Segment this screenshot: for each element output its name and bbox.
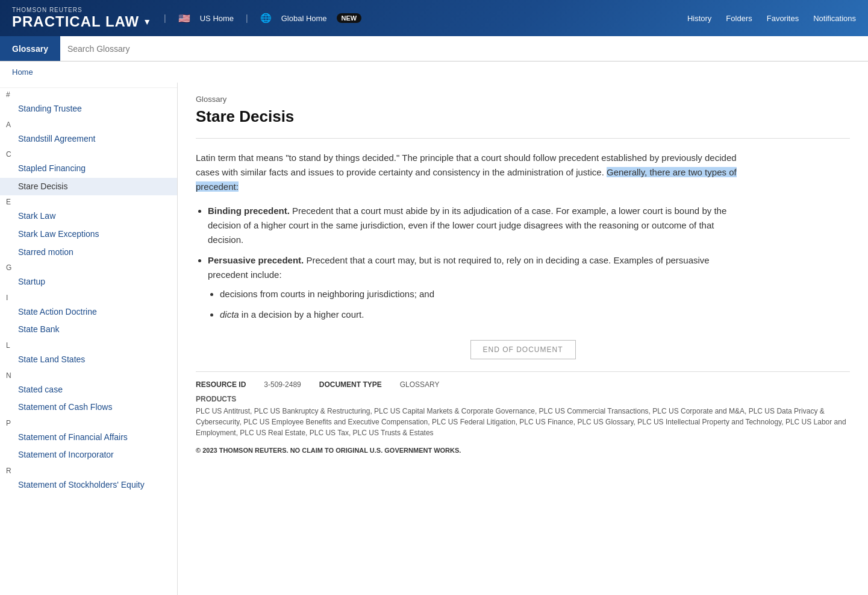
sidebar-letter-c: C <box>0 148 177 160</box>
sidebar: # Standing Trustee A Standstill Agreemen… <box>0 83 178 595</box>
sidebar-item-standstill-agreement[interactable]: Standstill Agreement <box>0 130 177 148</box>
resource-id-label: RESOURCE ID <box>196 380 246 389</box>
sidebar-item-statement-incorporator[interactable]: Statement of Incorporator <box>0 446 177 464</box>
sidebar-item-stated-case[interactable]: Stated case <box>0 381 177 399</box>
sidebar-letter-p: P <box>0 417 177 429</box>
sidebar-item-stapled-financing[interactable]: Stapled Financing <box>0 160 177 178</box>
sub-bullet-1: decisions from courts in neighboring jur… <box>220 287 738 301</box>
breadcrumb[interactable]: Home <box>0 61 868 83</box>
sidebar-letter-e: E <box>0 195 177 207</box>
meta-row-ids: RESOURCE ID 3-509-2489 DOCUMENT TYPE GLO… <box>196 380 850 389</box>
sidebar-letter-r: R <box>0 464 177 476</box>
us-flag-icon: 🇺🇸 <box>178 13 190 24</box>
metadata-section: RESOURCE ID 3-509-2489 DOCUMENT TYPE GLO… <box>196 371 850 454</box>
main-layout: # Standing Trustee A Standstill Agreemen… <box>0 83 868 595</box>
sidebar-item-state-action-doctrine[interactable]: State Action Doctrine <box>0 303 177 321</box>
end-of-document: END OF DOCUMENT <box>196 340 850 359</box>
globe-icon: 🌐 <box>260 13 272 24</box>
end-of-document-button: END OF DOCUMENT <box>470 340 576 359</box>
products-text: PLC US Antitrust, PLC US Bankruptcy & Re… <box>196 406 850 438</box>
sidebar-item-state-land-states[interactable]: State Land States <box>0 351 177 369</box>
sidebar-item-standing-trustee[interactable]: Standing Trustee <box>0 100 177 118</box>
products-label: PRODUCTS <box>196 395 850 403</box>
glossary-tab[interactable]: Glossary <box>0 36 60 61</box>
doc-type-value: GLOSSARY <box>400 380 440 389</box>
brand-dropdown-arrow[interactable]: ▼ <box>143 17 152 27</box>
persuasive-precedent-item: Persuasive precedent. Precedent that a c… <box>208 253 738 322</box>
doc-type-label: DOCUMENT TYPE <box>319 380 382 389</box>
sidebar-item-stare-decisis[interactable]: Stare Decisis <box>0 178 177 196</box>
sidebar-item-state-bank[interactable]: State Bank <box>0 321 177 339</box>
nav-right: History Folders Favorites Notifications <box>687 14 856 23</box>
folders-link[interactable]: Folders <box>726 14 752 23</box>
sidebar-letter-i: I <box>0 291 177 303</box>
sub-bullet-2: dicta in a decision by a higher court. <box>220 307 738 322</box>
brand-title: PRACTICAL LAW ▼ <box>12 13 152 30</box>
content-title: Stare Decisis <box>196 107 850 126</box>
nav-left: THOMSON REUTERS PRACTICAL LAW ▼ | 🇺🇸 US … <box>12 7 361 30</box>
sidebar-letter-g: G <box>0 261 177 273</box>
sidebar-item-statement-stockholders-equity[interactable]: Statement of Stockholders' Equity <box>0 476 177 494</box>
persuasive-precedent-term: Persuasive precedent. <box>208 255 304 265</box>
dicta-term: dicta <box>220 309 239 320</box>
products-section: PRODUCTS PLC US Antitrust, PLC US Bankru… <box>196 395 850 438</box>
content-divider <box>196 138 850 139</box>
sidebar-letter-a: A <box>0 118 177 130</box>
favorites-link[interactable]: Favorites <box>767 14 799 23</box>
resource-id-value: 3-509-2489 <box>264 380 301 389</box>
content-area: Glossary Stare Decisis Latin term that m… <box>178 83 868 595</box>
content-breadcrumb: Glossary <box>196 95 850 104</box>
sidebar-item-startup[interactable]: Startup <box>0 273 177 291</box>
search-input-wrapper <box>60 44 868 54</box>
binding-precedent-term: Binding precedent. <box>208 206 290 216</box>
search-bar: Glossary <box>0 36 868 61</box>
persuasive-sub-list: decisions from courts in neighboring jur… <box>220 287 738 322</box>
global-home-link[interactable]: Global Home <box>281 14 327 23</box>
content-intro: Latin term that means "to stand by thing… <box>196 151 738 194</box>
us-home-link[interactable]: US Home <box>200 14 234 23</box>
top-navigation: THOMSON REUTERS PRACTICAL LAW ▼ | 🇺🇸 US … <box>0 0 868 36</box>
sidebar-item-starred-motion[interactable]: Starred motion <box>0 244 177 262</box>
binding-precedent-item: Binding precedent. Precedent that a cour… <box>208 204 738 247</box>
history-link[interactable]: History <box>687 14 711 23</box>
brand-logo[interactable]: THOMSON REUTERS PRACTICAL LAW ▼ <box>12 7 152 30</box>
sub-bullet-2-suffix: in a decision by a higher court. <box>242 309 364 320</box>
new-badge: NEW <box>337 13 362 23</box>
sidebar-item-stark-law-exceptions[interactable]: Stark Law Exceptions <box>0 225 177 244</box>
sidebar-item-statement-cash-flows[interactable]: Statement of Cash Flows <box>0 398 177 417</box>
sidebar-item-stark-law[interactable]: Stark Law <box>0 207 177 225</box>
notifications-link[interactable]: Notifications <box>813 14 856 23</box>
precedent-list: Binding precedent. Precedent that a cour… <box>208 204 738 322</box>
sidebar-letter-hash: # <box>0 88 177 100</box>
search-input[interactable] <box>67 44 861 54</box>
sidebar-item-statement-financial-affairs[interactable]: Statement of Financial Affairs <box>0 429 177 447</box>
content-body: Latin term that means "to stand by thing… <box>196 151 738 322</box>
sidebar-letter-n: N <box>0 369 177 381</box>
copyright: © 2023 THOMSON REUTERS. NO CLAIM TO ORIG… <box>196 447 850 454</box>
sidebar-letter-l: L <box>0 339 177 351</box>
brand-subtitle: THOMSON REUTERS <box>12 7 152 13</box>
